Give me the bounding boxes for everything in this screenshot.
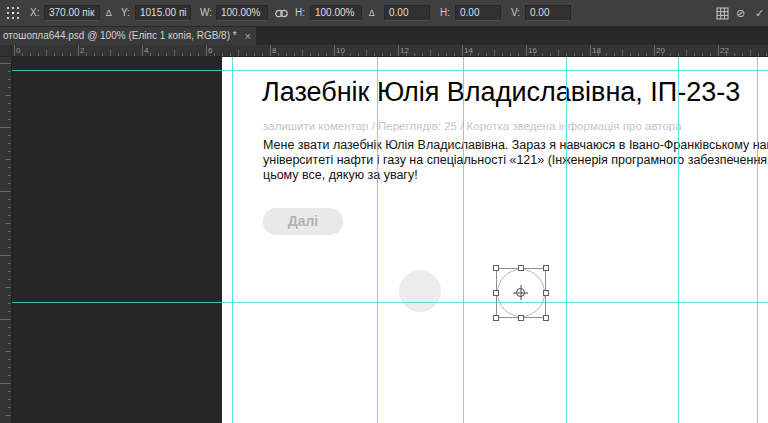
transform-handle-sw[interactable] (493, 315, 499, 321)
transform-handle-n[interactable] (518, 265, 524, 271)
document-tab[interactable]: отошопла644.psd @ 100% (Еліпс 1 копія, R… (0, 27, 256, 45)
transform-selection[interactable] (496, 268, 546, 318)
ruler-tick (5, 159, 11, 160)
guide-line-horizontal[interactable] (12, 302, 768, 303)
ruler-tick (8, 271, 11, 272)
ruler-tick (0, 383, 11, 384)
ruler-tick (5, 95, 11, 96)
warp-mode-icon[interactable] (716, 7, 729, 20)
ruler-tick (8, 343, 11, 344)
ruler-number: 20 (656, 46, 665, 55)
close-icon[interactable]: × (245, 27, 251, 45)
guide-line-vertical[interactable] (566, 57, 567, 423)
ruler-tick (222, 53, 223, 56)
guide-line-vertical[interactable] (377, 57, 378, 423)
guide-line-horizontal[interactable] (12, 70, 768, 71)
ruler-tick (8, 359, 11, 360)
ruler-tick (278, 53, 279, 56)
x-label: X: (30, 0, 39, 26)
ruler-tick (8, 103, 11, 104)
ruler-tick (734, 53, 735, 56)
ruler-tick (8, 111, 11, 112)
y-input[interactable]: 1015.00 пі (135, 5, 191, 21)
guide-line-vertical[interactable] (757, 57, 758, 423)
ruler-tick (238, 50, 239, 56)
ruler-tick (390, 53, 391, 56)
ruler-tick (494, 50, 495, 56)
ruler-tick (102, 53, 103, 56)
ruler-tick (8, 375, 11, 376)
ellipse-shape (399, 270, 441, 312)
ruler-tick (0, 127, 11, 128)
ruler-tick (310, 53, 311, 56)
skew-v-label: V: (511, 0, 520, 26)
ruler-tick (398, 45, 399, 56)
ruler-tick (8, 207, 11, 208)
ruler-tick (158, 53, 159, 56)
transform-handle-nw[interactable] (493, 265, 499, 271)
ruler-tick (8, 151, 11, 152)
guide-line-vertical[interactable] (232, 57, 233, 423)
transform-handle-w[interactable] (493, 290, 499, 296)
width-input[interactable]: 100.00% (216, 5, 268, 21)
link-dimensions-icon[interactable] (274, 9, 289, 18)
ruler-tick (0, 63, 11, 64)
ruler-tick (422, 53, 423, 56)
vertical-ruler[interactable] (0, 57, 12, 423)
rotate-angle-icon: ∆ (369, 0, 375, 26)
height-label: H: (295, 0, 305, 26)
ruler-tick (8, 239, 11, 240)
ruler-tick (134, 53, 135, 56)
ruler-tick (110, 50, 111, 56)
ruler-tick (8, 303, 11, 304)
relative-position-icon[interactable]: ∆ (106, 0, 112, 26)
center-reference-icon[interactable] (516, 288, 525, 297)
width-label: W: (200, 0, 212, 26)
transform-handle-se[interactable] (543, 315, 549, 321)
ruler-tick (614, 53, 615, 56)
ruler-tick (198, 53, 199, 56)
reference-point-locator-icon[interactable] (6, 6, 20, 20)
commit-transform-icon[interactable]: ✓ (755, 0, 764, 26)
ruler-tick (318, 53, 319, 56)
ruler-tick (8, 199, 11, 200)
document-tab-bar: отошопла644.psd @ 100% (Еліпс 1 копія, R… (0, 27, 768, 45)
ruler-tick (8, 135, 11, 136)
skew-h-input[interactable]: 0.00 (455, 5, 501, 21)
canvas[interactable]: Лазебнік Юлія Владиславівна, ІП-23-3 зал… (12, 57, 768, 423)
cancel-transform-icon[interactable]: ⊘ (736, 0, 745, 26)
ruler-tick (8, 71, 11, 72)
ruler-tick (118, 53, 119, 56)
guide-line-vertical[interactable] (463, 57, 464, 423)
angle-input[interactable]: 0.00 (384, 5, 430, 21)
design-dark-sidebar (12, 57, 222, 423)
transform-handle-e[interactable] (543, 290, 549, 296)
ruler-tick (350, 53, 351, 56)
ruler-tick (78, 45, 79, 56)
ruler-tick (566, 53, 567, 56)
ruler-tick (286, 53, 287, 56)
ruler-tick (5, 415, 11, 416)
horizontal-ruler[interactable]: 0246810121416182022 (0, 45, 768, 57)
ruler-tick (758, 53, 759, 56)
y-label: Y: (121, 0, 130, 26)
ruler-tick (686, 50, 687, 56)
ruler-tick (8, 175, 11, 176)
x-input[interactable]: 370.00 пік (44, 5, 100, 21)
skew-v-input[interactable]: 0.00 (525, 5, 571, 21)
ruler-tick (574, 53, 575, 56)
ruler-tick (5, 223, 11, 224)
ruler-tick (8, 143, 11, 144)
transform-options-bar: X: 370.00 пік ∆ Y: 1015.00 пі W: 100.00%… (0, 0, 768, 27)
ruler-tick (430, 50, 431, 56)
ruler-number: 6 (208, 46, 212, 55)
ruler-tick (206, 45, 207, 56)
ruler-tick (38, 53, 39, 56)
height-input[interactable]: 100.00% (310, 5, 362, 21)
ruler-tick (22, 53, 23, 56)
transform-handle-s[interactable] (518, 315, 524, 321)
ruler-number: 2 (80, 46, 84, 55)
ruler-tick (0, 191, 11, 192)
transform-handle-ne[interactable] (543, 265, 549, 271)
guide-line-vertical[interactable] (678, 57, 679, 423)
